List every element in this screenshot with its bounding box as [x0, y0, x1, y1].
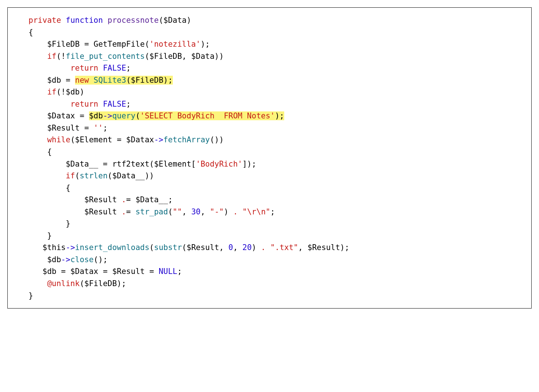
highlight-span: $db->query('SELECT BodyRich FROM Notes')… — [89, 111, 284, 120]
code-text: (! — [56, 52, 65, 61]
string-literal: "" — [173, 207, 182, 216]
code-text: ($FileDB, $Data)) — [145, 52, 224, 61]
code-text: $FileDB = GetTempFile( — [47, 40, 149, 49]
keyword-if: if — [47, 88, 56, 96]
const-false: FALSE — [103, 64, 126, 72]
arrow-op: -> — [103, 111, 112, 120]
keyword-return: return — [70, 100, 98, 108]
number-literal: 0 — [228, 243, 233, 252]
keyword-if: if — [47, 52, 56, 61]
code-text: ($FileDB); — [80, 279, 126, 288]
code-text: , $Result); — [298, 243, 349, 252]
method-close: close — [70, 255, 93, 264]
class-sqlite3: SQLite3 — [94, 76, 126, 85]
brace-open: { — [47, 147, 52, 156]
code-text: ()) — [210, 135, 224, 144]
builtin-func: substr — [154, 243, 182, 252]
code-text: ($Result, — [182, 243, 228, 252]
comma: , — [200, 207, 210, 216]
const-false: FALSE — [103, 100, 126, 108]
brace-open: { — [66, 183, 71, 192]
number-literal: 20 — [242, 243, 251, 252]
code-text: ); — [200, 40, 210, 49]
number-literal: 30 — [191, 207, 200, 216]
semicolon: ; — [126, 100, 131, 108]
concat-op: . — [261, 243, 266, 252]
builtin-func: strlen — [80, 171, 108, 180]
code-text: = $Data__; — [126, 195, 172, 204]
string-literal: "-" — [210, 207, 224, 216]
code-text: ]); — [242, 160, 256, 168]
keyword-function: function — [66, 16, 103, 25]
code-text: $Data__ = rtf2text($Element[ — [66, 160, 196, 168]
code-text: (); — [94, 255, 108, 264]
method-query: query — [112, 111, 135, 120]
builtin-func: str_pad — [135, 207, 168, 216]
string-literal: '' — [94, 124, 103, 132]
brace-close: } — [29, 291, 33, 300]
arrow-op: -> — [154, 135, 163, 144]
code-text: $db = $Datax = $Result = — [43, 267, 159, 276]
keyword-return: return — [70, 64, 98, 72]
string-literal: 'BodyRich' — [196, 160, 242, 168]
method-name: insert_downloads — [75, 243, 149, 252]
code-text: ) — [252, 243, 261, 252]
semicolon: ; — [177, 267, 182, 276]
semicolon: ; — [126, 64, 131, 72]
paren: ) — [224, 207, 229, 216]
builtin-func: file_put_contents — [66, 52, 145, 61]
code-block: private function processnote($Data) { $F… — [7, 7, 532, 309]
paren: ( — [135, 111, 140, 120]
keyword-while: while — [47, 135, 70, 144]
code-text: ); — [275, 111, 284, 120]
keyword-if: if — [66, 171, 75, 180]
highlight-span: new SQLite3($FileDB); — [75, 76, 173, 85]
code-text: ($Element = $Datax — [70, 135, 154, 144]
concat-op: . — [233, 207, 238, 216]
func-args: ($Data) — [159, 16, 192, 25]
brace-close: } — [47, 231, 52, 240]
code-text: (!$db) — [56, 88, 84, 96]
comma: , — [182, 207, 191, 216]
arrow-op: -> — [61, 255, 70, 264]
string-literal: 'SELECT BodyRich FROM Notes' — [140, 111, 275, 120]
arrow-op: -> — [66, 243, 75, 252]
code-text: ($FileDB); — [126, 76, 172, 85]
semicolon: ; — [270, 207, 275, 216]
method-fetcharray: fetchArray — [163, 135, 210, 144]
code-text: $Datax = — [47, 111, 89, 120]
function-name: processnote — [108, 16, 159, 25]
code-text: ($Data__)) — [108, 171, 154, 180]
code-text: = — [126, 207, 135, 216]
keyword-new: new — [75, 76, 89, 85]
brace-close: } — [66, 219, 71, 228]
code-text: $db — [43, 255, 61, 264]
paren: ( — [75, 171, 80, 180]
const-null: NULL — [159, 267, 178, 276]
keyword-private: private — [29, 16, 61, 25]
code-text: $db = — [47, 76, 75, 85]
brace-open: { — [29, 28, 33, 37]
string-literal: ".txt" — [270, 243, 298, 252]
code-text: $this — [43, 243, 66, 252]
comma: , — [233, 243, 242, 252]
paren: ( — [149, 243, 154, 252]
string-literal: "\r\n" — [242, 207, 270, 216]
concat-op: . — [121, 195, 126, 204]
paren: ( — [168, 207, 173, 216]
semicolon: ; — [103, 124, 108, 132]
concat-op: . — [121, 207, 126, 216]
string-literal: 'notezilla' — [149, 40, 200, 49]
suppress-unlink: @unlink — [43, 279, 80, 288]
code-text: $Result — [84, 195, 121, 204]
code-text: $Result — [84, 207, 121, 216]
code-text: $Result = — [47, 124, 93, 132]
var: $db — [89, 111, 103, 120]
